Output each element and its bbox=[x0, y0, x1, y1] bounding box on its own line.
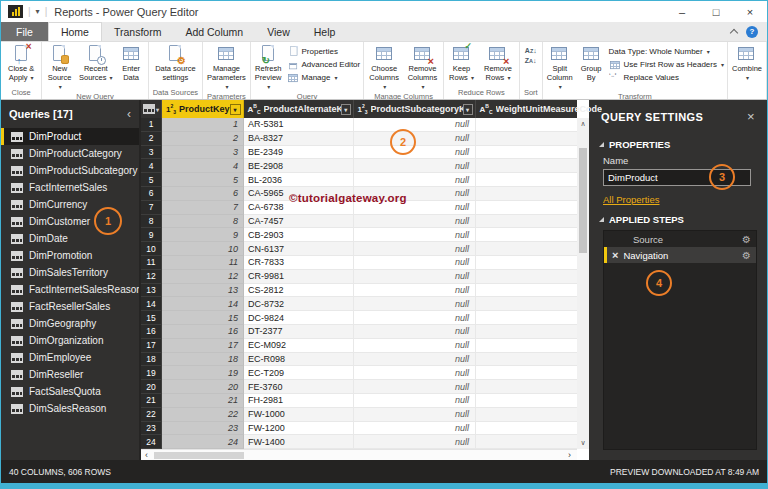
filter-button[interactable]: ▾ bbox=[341, 104, 351, 115]
cell-weightunitmeasurecode[interactable] bbox=[476, 173, 577, 187]
cell-productkey[interactable]: 15 bbox=[162, 311, 244, 325]
split-column-button[interactable]: Split Column ▾ bbox=[544, 43, 576, 92]
cell-productalternatekey[interactable]: EC-R098 bbox=[244, 353, 354, 367]
cell-productsubcategorykey[interactable]: null bbox=[354, 228, 476, 242]
applied-steps-section-header[interactable]: APPLIED STEPS bbox=[589, 209, 767, 228]
cell-productkey[interactable]: 23 bbox=[162, 422, 244, 436]
cell-productkey[interactable]: 3 bbox=[162, 146, 244, 160]
column-header-weightunitmeasurecode[interactable]: ABCWeightUnitMeasureCode bbox=[476, 100, 604, 118]
minimize-button[interactable]: – bbox=[665, 1, 699, 22]
all-properties-link[interactable]: All Properties bbox=[603, 194, 755, 205]
query-item-factsalesquota[interactable]: FactSalesQuota bbox=[1, 383, 139, 400]
cell-productsubcategorykey[interactable]: null bbox=[354, 297, 476, 311]
cell-weightunitmeasurecode[interactable] bbox=[476, 353, 577, 367]
cell-productalternatekey[interactable]: FW-1400 bbox=[244, 435, 354, 449]
cell-productkey[interactable]: 14 bbox=[162, 297, 244, 311]
cell-productalternatekey[interactable]: CA-5965 bbox=[244, 187, 354, 201]
step-settings-gear-icon[interactable]: ⚙ bbox=[742, 250, 751, 261]
cell-weightunitmeasurecode[interactable] bbox=[476, 339, 577, 353]
cell-productalternatekey[interactable]: CN-6137 bbox=[244, 242, 354, 256]
cell-productalternatekey[interactable]: CA-6738 bbox=[244, 201, 354, 215]
advanced-editor-button[interactable]: Advanced Editor bbox=[287, 58, 361, 70]
query-item-dimsalesterritory[interactable]: DimSalesTerritory bbox=[1, 264, 139, 281]
query-item-dimdate[interactable]: DimDate bbox=[1, 230, 139, 247]
use-first-row-as-headers-button[interactable]: Use First Row as Headers▾ bbox=[609, 58, 724, 70]
column-header-productalternatekey[interactable]: ABCProductAlternateKey▾ bbox=[244, 100, 354, 118]
cell-productsubcategorykey[interactable]: null bbox=[354, 201, 476, 215]
help-icon[interactable]: ? bbox=[746, 26, 758, 38]
maximize-button[interactable]: □ bbox=[699, 1, 733, 22]
cell-weightunitmeasurecode[interactable] bbox=[476, 228, 577, 242]
cell-productkey[interactable]: 10 bbox=[162, 242, 244, 256]
cell-weightunitmeasurecode[interactable] bbox=[476, 366, 577, 380]
tab-file[interactable]: File bbox=[1, 22, 48, 41]
vertical-scroll-thumb[interactable] bbox=[579, 148, 587, 253]
cell-weightunitmeasurecode[interactable] bbox=[476, 146, 577, 160]
cell-productkey[interactable]: 20 bbox=[162, 380, 244, 394]
horizontal-scrollbar[interactable]: ‹ › bbox=[141, 449, 577, 460]
cell-weightunitmeasurecode[interactable] bbox=[476, 408, 577, 422]
tab-view[interactable]: View bbox=[255, 22, 302, 41]
cell-productkey[interactable]: 8 bbox=[162, 215, 244, 229]
cell-productkey[interactable]: 17 bbox=[162, 339, 244, 353]
filter-button[interactable]: ▾ bbox=[230, 104, 241, 115]
cell-weightunitmeasurecode[interactable] bbox=[476, 435, 577, 449]
query-item-dimgeography[interactable]: DimGeography bbox=[1, 315, 139, 332]
sort-ascending-button[interactable]: AZ↓ bbox=[525, 47, 537, 54]
cell-productsubcategorykey[interactable]: null bbox=[354, 159, 476, 173]
query-item-factresellersales[interactable]: FactResellerSales bbox=[1, 298, 139, 315]
cell-productsubcategorykey[interactable]: null bbox=[354, 394, 476, 408]
cell-weightunitmeasurecode[interactable] bbox=[476, 132, 577, 146]
cell-productalternatekey[interactable]: FH-2981 bbox=[244, 394, 354, 408]
cell-productalternatekey[interactable]: DT-2377 bbox=[244, 325, 354, 339]
cell-productalternatekey[interactable]: BE-2349 bbox=[244, 146, 354, 160]
combine-button[interactable]: Combine ▾ bbox=[729, 43, 765, 83]
cell-weightunitmeasurecode[interactable] bbox=[476, 422, 577, 436]
query-item-dimpromotion[interactable]: DimPromotion bbox=[1, 247, 139, 264]
cell-weightunitmeasurecode[interactable] bbox=[476, 118, 577, 132]
tab-home[interactable]: Home bbox=[48, 22, 102, 41]
quick-access-caret-icon[interactable]: ▾ bbox=[36, 7, 40, 16]
cell-productsubcategorykey[interactable]: null bbox=[354, 408, 476, 422]
cell-weightunitmeasurecode[interactable] bbox=[476, 325, 577, 339]
applied-step-navigation[interactable]: ×Navigation⚙ bbox=[604, 247, 756, 263]
cell-weightunitmeasurecode[interactable] bbox=[476, 270, 577, 284]
keep-rows-button[interactable]: ✓Keep Rows ▾ bbox=[445, 43, 478, 83]
cell-productalternatekey[interactable]: DC-8732 bbox=[244, 297, 354, 311]
cell-productkey[interactable]: 22 bbox=[162, 408, 244, 422]
refresh-preview-button[interactable]: ↻Refresh Preview ▾ bbox=[252, 43, 285, 92]
query-item-dimreseller[interactable]: DimReseller bbox=[1, 366, 139, 383]
query-item-dimproductcategory[interactable]: DimProductCategory bbox=[1, 145, 139, 162]
cell-productalternatekey[interactable]: DC-9824 bbox=[244, 311, 354, 325]
cell-productalternatekey[interactable]: EC-M092 bbox=[244, 339, 354, 353]
cell-productsubcategorykey[interactable]: null bbox=[354, 339, 476, 353]
cell-productsubcategorykey[interactable]: null bbox=[354, 353, 476, 367]
close-button[interactable]: × bbox=[733, 1, 767, 22]
scroll-up-arrow-icon[interactable]: ∧ bbox=[580, 118, 585, 130]
replace-values-button[interactable]: ¹↔²Replace Values bbox=[609, 71, 724, 83]
table-corner-menu[interactable]: ▾ bbox=[141, 100, 162, 118]
cell-productsubcategorykey[interactable]: null bbox=[354, 173, 476, 187]
remove-columns-button[interactable]: ×Remove Columns ▾ bbox=[403, 43, 442, 92]
cell-productkey[interactable]: 13 bbox=[162, 284, 244, 298]
cell-productalternatekey[interactable]: CR-9981 bbox=[244, 270, 354, 284]
cell-productalternatekey[interactable]: BL-2036 bbox=[244, 173, 354, 187]
cell-productalternatekey[interactable]: FW-1200 bbox=[244, 422, 354, 436]
cell-productalternatekey[interactable]: BE-2908 bbox=[244, 159, 354, 173]
cell-productkey[interactable]: 2 bbox=[162, 132, 244, 146]
manage-parameters-button[interactable]: Manage Parameters ▾ bbox=[204, 43, 249, 92]
cell-weightunitmeasurecode[interactable] bbox=[476, 215, 577, 229]
data-type-whole-number-button[interactable]: Data Type: Whole Number▾ bbox=[609, 45, 724, 57]
cell-weightunitmeasurecode[interactable] bbox=[476, 242, 577, 256]
query-item-dimorganization[interactable]: DimOrganization bbox=[1, 332, 139, 349]
column-header-productkey[interactable]: 123ProductKey▾ bbox=[162, 100, 244, 118]
recent-sources-button[interactable]: Recent Sources ▾ bbox=[76, 43, 116, 83]
data-source-settings-button[interactable]: ⚙Data source settings bbox=[150, 43, 201, 83]
cell-weightunitmeasurecode[interactable] bbox=[476, 187, 577, 201]
choose-columns-button[interactable]: Choose Columns ▾ bbox=[365, 43, 403, 92]
cell-productalternatekey[interactable]: CB-2903 bbox=[244, 228, 354, 242]
new-source-button[interactable]: New Source ▾ bbox=[43, 43, 76, 92]
cell-productsubcategorykey[interactable]: null bbox=[354, 242, 476, 256]
close-settings-icon[interactable]: × bbox=[747, 109, 755, 124]
query-item-factinternetsales[interactable]: FactInternetSales bbox=[1, 179, 139, 196]
